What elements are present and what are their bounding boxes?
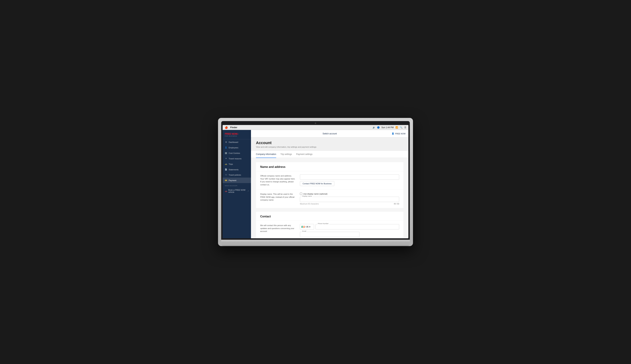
camera	[315, 122, 316, 124]
payment-icon: 💳	[225, 179, 227, 182]
employees-icon: 👤	[225, 146, 227, 149]
contact-row-label: We will contact this person with any upd…	[260, 224, 296, 233]
sidebar-item-payment[interactable]: 💳 Payment	[223, 178, 251, 183]
book-vehicle-icon: 🚗	[225, 190, 227, 192]
display-name-floating-label: Display name	[302, 195, 312, 197]
sidebar-nav: ⊞ Dashboard 👤 Employees 🏢 Cost Centres	[223, 139, 251, 183]
contact-section: Contact We will contact this person with…	[256, 212, 403, 238]
menubar-time: Sun 1:44 PM	[381, 126, 394, 129]
email-input[interactable]	[300, 232, 359, 237]
menubar-app-name: Finder	[230, 126, 237, 129]
menubar-menu-icon: ☰	[404, 126, 406, 129]
sidebar-label-travel-policies: Travel policies	[229, 174, 241, 176]
display-name-row: Display name. This will be used in the F…	[256, 190, 403, 208]
menubar-search-icon: 🔍	[400, 126, 402, 129]
official-name-row: Official company name and address. Your …	[256, 171, 403, 190]
apple-icon: 🍎	[225, 126, 228, 129]
page-header: Account View and edit company informatio…	[251, 138, 408, 151]
logo-check: ✓	[237, 133, 239, 135]
user-info: 👤 FREE NOW	[392, 132, 405, 135]
email-floating-label: Email	[302, 230, 307, 232]
country-code-text: +35	[305, 226, 309, 228]
external-link-icon: ↗	[248, 190, 249, 192]
display-name-input[interactable]	[300, 197, 399, 202]
user-icon: 👤	[392, 132, 394, 135]
chevron-down-icon: ▾	[309, 226, 310, 228]
tabs-bar: Company information Trip settings Paymen…	[251, 151, 408, 158]
sidebar-item-dashboard[interactable]: ⊞ Dashboard	[223, 139, 251, 145]
display-name-checkbox-label: Use display name (optional)	[303, 193, 327, 195]
char-count: 49 / 60	[394, 203, 399, 205]
country-flag: 🇮🇪	[302, 226, 305, 228]
name-address-title: Name and address	[256, 162, 403, 171]
user-name: FREE NOW	[395, 132, 405, 135]
display-name-label: Display name. This will be used in the F…	[260, 192, 296, 202]
country-code-select[interactable]: 🇮🇪 +35 ▾	[300, 224, 314, 230]
trips-icon: 🚕	[225, 163, 227, 165]
sidebar-item-travel-reasons[interactable]: ✈ Travel reasons	[223, 156, 251, 161]
menubar-wifi-icon: 📶	[395, 126, 398, 129]
sidebar-label-payment: Payment	[229, 179, 236, 182]
phone-row: 🇮🇪 +35 ▾ Phone Number	[300, 224, 399, 230]
name-address-section: Name and address Official company name a…	[256, 162, 403, 208]
email-wrapper: Email	[300, 232, 399, 237]
phone-floating-label: Phone Number	[317, 223, 329, 224]
company-name-input[interactable]	[300, 174, 399, 180]
top-header: Switch account 👤 FREE NOW	[251, 130, 408, 138]
menubar: 🍎 Finder 🔊 🔵 Sun 1:44 PM 📶 🔍 ☰	[223, 125, 408, 130]
sidebar-item-trips[interactable]: 🚕 Trips	[223, 161, 251, 167]
dashboard-icon: ⊞	[225, 141, 227, 143]
sidebar-item-travel-policies[interactable]: 🛡 Travel policies	[223, 172, 251, 178]
logo: FREE NOW✓	[225, 132, 249, 135]
sidebar-label-trips: Trips	[229, 163, 233, 165]
logo-sub: FOR BUSINESS	[225, 136, 249, 137]
sidebar-item-statements[interactable]: 📄 Statements	[223, 167, 251, 172]
logo-free: FREE	[225, 132, 231, 135]
web-booker-section-label: WEB BOOKER	[223, 183, 251, 187]
sidebar-label-dashboard: Dashboard	[229, 141, 238, 143]
sidebar-label-cost-centres: Cost Centres	[229, 152, 240, 154]
laptop-bottom	[221, 240, 410, 244]
tab-company-information[interactable]: Company information	[256, 151, 276, 158]
tab-payment-settings[interactable]: Payment settings	[296, 151, 312, 158]
contact-title: Contact	[256, 212, 403, 221]
sidebar-label-employees: Employees	[229, 146, 238, 149]
tab-trip-settings[interactable]: Trip settings	[280, 151, 292, 158]
content-area: Name and address Official company name a…	[251, 158, 408, 238]
menubar-bluetooth-icon: 🔵	[377, 126, 380, 129]
laptop-base	[221, 244, 410, 246]
use-display-name-row: Use display name (optional)	[300, 192, 399, 195]
sidebar-label-statements: Statements	[229, 168, 239, 171]
sidebar-item-book-vehicle[interactable]: 🚗 Book a FREE NOW vehicle ↗	[223, 187, 251, 195]
page-title: Account	[256, 140, 403, 145]
sidebar-label-travel-reasons: Travel reasons	[229, 158, 241, 160]
cost-centres-icon: 🏢	[225, 152, 227, 154]
sidebar: FREE NOW✓ FOR BUSINESS ⊞ Dashboard 👤 Emp…	[223, 130, 251, 238]
logo-area: FREE NOW✓ FOR BUSINESS	[223, 130, 251, 139]
official-name-label: Official company name and address. Your …	[260, 174, 296, 186]
travel-reasons-icon: ✈	[225, 158, 227, 160]
switch-account-button[interactable]: Switch account	[323, 132, 337, 135]
sidebar-item-cost-centres[interactable]: 🏢 Cost Centres	[223, 150, 251, 156]
phone-input[interactable]	[315, 224, 399, 230]
sidebar-item-employees[interactable]: 👤 Employees	[223, 145, 251, 150]
sidebar-label-book-vehicle: Book a FREE NOW vehicle	[228, 189, 246, 193]
page-subtitle: View and edit company information, trip …	[256, 146, 403, 148]
main-content: Account View and edit company informatio…	[251, 138, 408, 238]
menubar-volume-icon: 🔊	[373, 126, 375, 129]
statements-icon: 📄	[225, 168, 227, 171]
display-name-field-wrapper: Display name	[300, 197, 399, 202]
contact-free-now-button[interactable]: Contact FREE NOW for Business	[300, 181, 334, 186]
char-hint: Maximum 60 characters	[300, 203, 319, 205]
logo-now: NOW	[231, 132, 237, 135]
travel-policies-icon: 🛡	[225, 174, 227, 176]
display-name-checkbox[interactable]	[300, 192, 302, 195]
contact-row: We will contact this person with any upd…	[256, 221, 403, 238]
